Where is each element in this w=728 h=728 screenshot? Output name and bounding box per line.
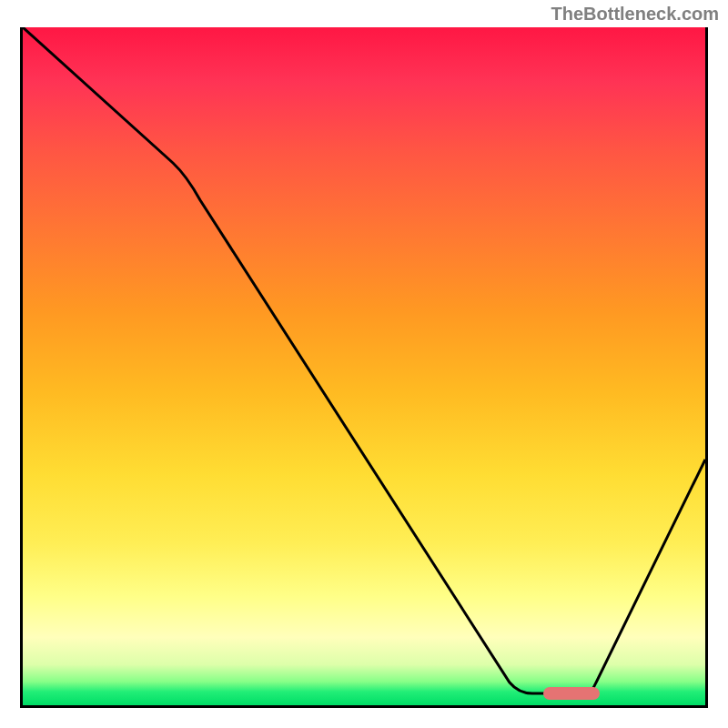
- plot-area: [20, 27, 708, 708]
- curve-svg: [23, 27, 705, 705]
- watermark-text: TheBottleneck.com: [551, 4, 719, 25]
- bottleneck-curve-line: [23, 27, 705, 693]
- optimal-range-marker: [543, 687, 600, 700]
